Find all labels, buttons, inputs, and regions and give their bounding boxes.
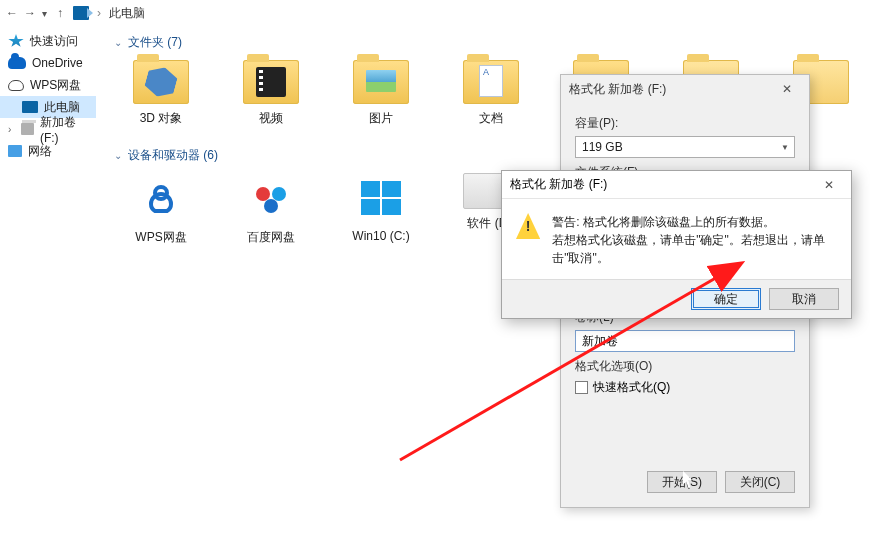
drive-baidu[interactable]: 百度网盘 <box>240 173 302 246</box>
ok-button[interactable]: 确定 <box>691 288 761 310</box>
confirm-dialog-title: 格式化 新加卷 (F:) <box>510 176 607 193</box>
confirm-dialog-titlebar[interactable]: 格式化 新加卷 (F:) ✕ <box>502 171 851 199</box>
sidebar-item-label: 新加卷 (F:) <box>40 114 88 145</box>
sidebar-item-volume-f[interactable]: › 新加卷 (F:) <box>0 118 96 140</box>
section-folders-header[interactable]: ⌄ 文件夹 (7) <box>114 30 852 54</box>
folder-pictures[interactable]: 图片 <box>350 60 412 127</box>
format-dialog-title: 格式化 新加卷 (F:) <box>569 81 666 98</box>
folder-icon <box>243 60 299 104</box>
folder-icon <box>133 60 189 104</box>
volume-label-input[interactable]: 新加卷 <box>575 330 795 352</box>
close-icon[interactable]: ✕ <box>773 82 801 96</box>
nav-fwd-icon[interactable]: → <box>24 6 34 20</box>
drive-wps[interactable]: WPS网盘 <box>130 173 192 246</box>
sidebar-item-quick-access[interactable]: 快速访问 <box>0 30 96 52</box>
format-dialog-titlebar[interactable]: 格式化 新加卷 (F:) ✕ <box>561 75 809 103</box>
ok-button-label: 确定 <box>714 291 738 308</box>
cancel-button-label: 取消 <box>792 291 816 308</box>
capacity-select[interactable]: 119 GB ▼ <box>575 136 795 158</box>
baidu-app-icon <box>243 173 299 223</box>
breadcrumb-sep-icon: › <box>97 6 101 20</box>
section-title: 文件夹 (7) <box>128 34 182 51</box>
drive-icon <box>21 123 34 135</box>
wps-cloud-icon <box>8 80 24 91</box>
breadcrumb: ← → ▾ ↑ › 此电脑 <box>0 0 870 26</box>
folder-icon <box>463 60 519 104</box>
volume-label-value: 新加卷 <box>582 333 618 350</box>
close-button[interactable]: 关闭(C) <box>725 471 795 493</box>
sidebar: 快速访问 OneDrive WPS网盘 此电脑 › 新加卷 (F:) 网络 <box>0 26 96 548</box>
section-title: 设备和驱动器 (6) <box>128 147 218 164</box>
wps-app-icon <box>133 173 189 223</box>
quick-format-label: 快速格式化(Q) <box>593 379 670 396</box>
chevron-right-icon: › <box>8 124 15 135</box>
cancel-button[interactable]: 取消 <box>769 288 839 310</box>
sidebar-item-label: WPS网盘 <box>30 77 81 94</box>
cloud-icon <box>8 57 26 69</box>
windows-icon <box>353 173 409 223</box>
chevron-down-icon: ⌄ <box>114 150 122 161</box>
start-button-label: 开始(S) <box>662 474 702 491</box>
quick-format-checkbox[interactable]: 快速格式化(Q) <box>575 379 795 396</box>
folder-label: 3D 对象 <box>140 110 183 127</box>
capacity-label: 容量(P): <box>575 115 795 132</box>
folder-icon <box>353 60 409 104</box>
drive-label: 百度网盘 <box>247 229 295 246</box>
sidebar-item-wps[interactable]: WPS网盘 <box>0 74 96 96</box>
sidebar-item-label: 网络 <box>28 143 52 160</box>
drive-c[interactable]: Win10 (C:) <box>350 173 412 246</box>
star-icon <box>8 34 24 48</box>
close-icon[interactable]: ✕ <box>815 178 843 192</box>
checkbox-icon <box>575 381 588 394</box>
folder-documents[interactable]: 文档 <box>460 60 522 127</box>
confirm-message-line2: 若想格式化该磁盘，请单击"确定"。若想退出，请单击"取消"。 <box>552 231 837 267</box>
nav-back-icon[interactable]: ← <box>6 6 16 20</box>
capacity-value: 119 GB <box>582 140 623 154</box>
confirm-message: 警告: 格式化将删除该磁盘上的所有数据。 若想格式化该磁盘，请单击"确定"。若想… <box>552 213 837 267</box>
folder-videos[interactable]: 视频 <box>240 60 302 127</box>
start-button[interactable]: 开始(S) <box>647 471 717 493</box>
svg-point-2 <box>272 187 286 201</box>
folder-3d-objects[interactable]: 3D 对象 <box>130 60 192 127</box>
this-pc-icon <box>73 6 89 20</box>
format-options-label: 格式化选项(O) <box>575 358 795 375</box>
pc-icon <box>22 101 38 113</box>
confirm-dialog: 格式化 新加卷 (F:) ✕ 警告: 格式化将删除该磁盘上的所有数据。 若想格式… <box>501 170 852 319</box>
chevron-down-icon: ▼ <box>781 143 789 152</box>
chevron-down-icon: ⌄ <box>114 37 122 48</box>
close-button-label: 关闭(C) <box>740 474 781 491</box>
drive-label: Win10 (C:) <box>352 229 409 243</box>
sidebar-item-onedrive[interactable]: OneDrive <box>0 52 96 74</box>
nav-history-icon[interactable]: ▾ <box>42 8 47 19</box>
folder-label: 图片 <box>369 110 393 127</box>
svg-point-3 <box>264 199 278 213</box>
svg-point-1 <box>256 187 270 201</box>
folder-label: 视频 <box>259 110 283 127</box>
sidebar-item-label: 快速访问 <box>30 33 78 50</box>
sidebar-item-label: OneDrive <box>32 56 83 70</box>
folder-label: 文档 <box>479 110 503 127</box>
nav-up-icon[interactable]: ↑ <box>55 6 65 20</box>
warning-icon <box>516 213 540 239</box>
network-icon <box>8 145 22 157</box>
confirm-message-line1: 警告: 格式化将删除该磁盘上的所有数据。 <box>552 213 837 231</box>
drive-label: WPS网盘 <box>135 229 186 246</box>
breadcrumb-location[interactable]: 此电脑 <box>109 5 145 22</box>
